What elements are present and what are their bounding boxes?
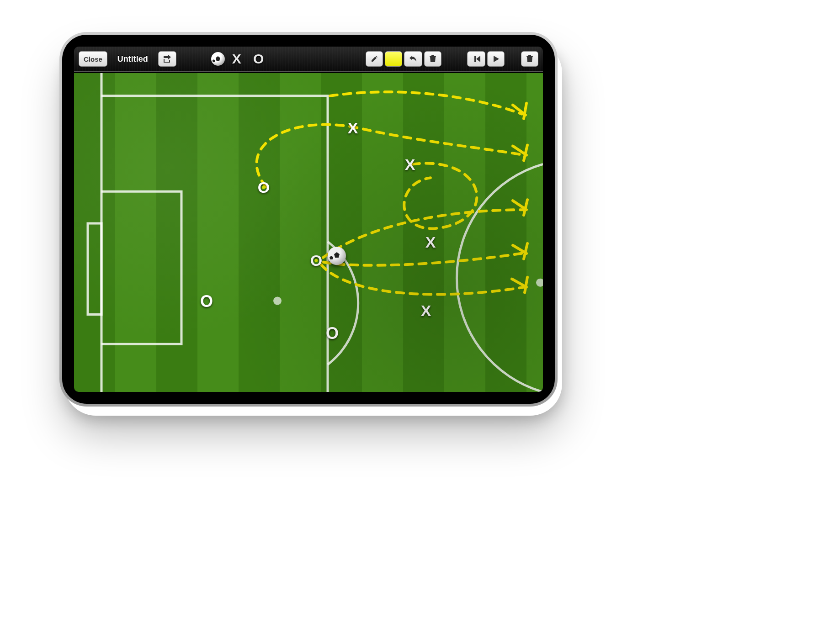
player-o-4[interactable]: O <box>326 324 339 343</box>
soccer-ball-marker[interactable] <box>328 247 346 265</box>
pencil-icon <box>371 55 378 63</box>
play-button[interactable] <box>487 51 505 67</box>
soccer-field-canvas[interactable]: XXXXOOOO <box>74 73 543 392</box>
step-icon <box>472 56 480 62</box>
player-o-3[interactable]: O <box>200 292 213 311</box>
x-marker-tool[interactable]: X <box>232 51 246 67</box>
trash-icon <box>526 55 533 63</box>
record-step-button[interactable] <box>467 51 485 67</box>
player-x-2[interactable]: X <box>405 156 415 174</box>
tactical-drawing <box>74 73 543 392</box>
pencil-button[interactable] <box>366 51 383 67</box>
toolbar: Close Untitled X O <box>74 47 543 72</box>
erase-button[interactable] <box>424 51 441 67</box>
app-screen: Close Untitled X O <box>74 47 543 392</box>
color-swatch-button[interactable] <box>385 51 402 67</box>
soccer-ball-tool[interactable] <box>211 52 225 66</box>
undo-icon <box>409 56 417 62</box>
close-button[interactable]: Close <box>79 51 107 67</box>
ipad-device-frame: Close Untitled X O <box>59 32 558 407</box>
player-x-3[interactable]: X <box>425 233 436 251</box>
delete-button[interactable] <box>521 51 538 67</box>
player-x-1[interactable]: X <box>348 119 358 137</box>
share-button[interactable] <box>158 51 176 67</box>
document-title: Untitled <box>117 54 148 64</box>
player-o-1[interactable]: O <box>258 179 270 196</box>
share-icon <box>163 55 171 63</box>
playback-group <box>467 51 505 67</box>
draw-tool-group <box>366 51 441 67</box>
trash-icon <box>430 55 436 63</box>
o-marker-tool[interactable]: O <box>253 51 264 67</box>
player-o-2[interactable]: O <box>310 252 322 269</box>
play-icon <box>493 56 499 62</box>
undo-button[interactable] <box>404 51 422 67</box>
player-x-4[interactable]: X <box>421 302 431 320</box>
